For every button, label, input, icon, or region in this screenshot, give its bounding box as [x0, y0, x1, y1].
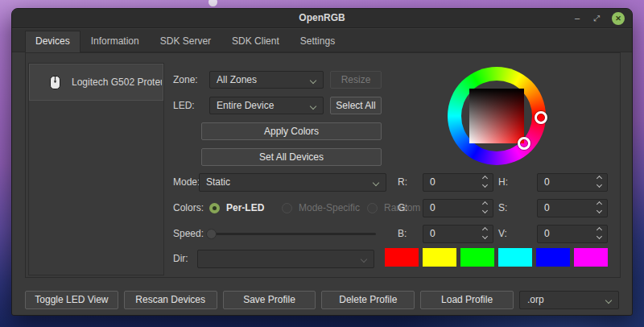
speed-label: Speed: — [173, 225, 204, 242]
spin-down-icon[interactable] — [482, 208, 488, 213]
save-profile-button[interactable]: Save Profile — [223, 291, 316, 309]
chevron-down-icon — [310, 77, 316, 84]
color-swatch-cyan[interactable] — [498, 248, 532, 267]
color-swatch-red[interactable] — [385, 248, 419, 267]
spin-up-icon[interactable] — [597, 227, 602, 233]
chevron-down-icon — [373, 180, 379, 186]
rescan-devices-button[interactable]: Rescan Devices — [124, 291, 217, 309]
radio-per-led-label[interactable]: Per-LED — [226, 201, 264, 214]
spin-down-icon[interactable] — [597, 208, 602, 213]
saturation-spinbox[interactable]: 0 — [537, 199, 608, 217]
spin-up-icon[interactable] — [597, 176, 602, 181]
channel-label-s: S: — [498, 199, 507, 217]
chevron-down-icon — [605, 297, 612, 304]
value-value: 0 — [544, 228, 550, 239]
speed-slider[interactable] — [209, 233, 376, 235]
hue-wheel[interactable] — [448, 67, 546, 165]
spin-down-icon[interactable] — [597, 182, 602, 188]
tab-sdk-client[interactable]: SDK Client — [221, 31, 290, 52]
tab-devices[interactable]: Devices — [25, 31, 80, 52]
openrgb-window: OpenRGB – ⤢ ✕ Devices Information SDK Se… — [11, 8, 633, 316]
led-label: LED: — [173, 97, 195, 114]
green-spinbox[interactable]: 0 — [423, 199, 493, 217]
blue-spinbox[interactable]: 0 — [423, 225, 493, 243]
hue-spinbox[interactable]: 0 — [537, 173, 608, 192]
spin-down-icon[interactable] — [482, 182, 488, 188]
tab-settings[interactable]: Settings — [290, 31, 345, 52]
color-swatch-yellow[interactable] — [423, 248, 456, 267]
mode-label: Mode: — [173, 173, 200, 191]
desktop-wallpaper: OpenRGB – ⤢ ✕ Devices Information SDK Se… — [0, 0, 644, 327]
red-value: 0 — [430, 176, 436, 188]
mode-value: Static — [206, 176, 230, 188]
hue-value: 0 — [544, 176, 550, 188]
resize-button[interactable]: Resize — [330, 71, 382, 89]
led-select[interactable]: Entire Device — [209, 97, 324, 114]
mode-select[interactable]: Static — [199, 173, 386, 192]
title-bar[interactable]: OpenRGB – ⤢ ✕ — [12, 9, 632, 28]
delete-profile-button[interactable]: Delete Profile — [321, 291, 415, 309]
value-spinbox[interactable]: 0 — [537, 225, 608, 243]
mouse-icon — [50, 76, 60, 89]
led-value: Entire Device — [217, 100, 274, 111]
channel-label-b: B: — [398, 225, 407, 242]
radio-mode-specific-label[interactable]: Mode-Specific — [299, 201, 360, 214]
device-name: Logitech G502 Proteus Sp — [72, 77, 162, 88]
restore-button[interactable]: ⤢ — [590, 12, 603, 25]
device-list: Logitech G502 Proteus Sp — [28, 63, 164, 275]
channel-label-h: H: — [498, 173, 508, 191]
select-all-button[interactable]: Select All — [330, 97, 382, 114]
zone-value: All Zones — [217, 74, 257, 85]
device-list-item[interactable]: Logitech G502 Proteus Sp — [29, 64, 163, 101]
radio-random[interactable] — [367, 203, 378, 213]
saturation-value-handle[interactable] — [518, 137, 530, 150]
chevron-down-icon — [361, 256, 367, 263]
apply-colors-button[interactable]: Apply Colors — [201, 122, 382, 140]
saturation-value-square[interactable] — [469, 89, 524, 143]
close-button[interactable]: ✕ — [612, 12, 625, 25]
red-spinbox[interactable]: 0 — [423, 173, 493, 192]
tab-information[interactable]: Information — [80, 31, 150, 52]
spin-up-icon[interactable] — [597, 201, 602, 207]
set-all-devices-button[interactable]: Set All Devices — [201, 148, 382, 166]
chevron-down-icon — [310, 103, 316, 110]
devices-tab-pane: Logitech G502 Proteus Sp Zone: All Zones… — [25, 52, 621, 278]
radio-per-led[interactable] — [209, 203, 220, 213]
zone-select[interactable]: All Zones — [209, 71, 324, 89]
color-swatch-green[interactable] — [460, 248, 494, 267]
minimize-button[interactable]: – — [571, 12, 584, 25]
channel-label-r: R: — [398, 173, 407, 191]
radio-mode-specific[interactable] — [282, 203, 292, 213]
footer-bar: Toggle LED View Rescan Devices Save Prof… — [25, 291, 619, 309]
colors-label: Colors: — [173, 199, 204, 217]
color-swatch-blue[interactable] — [536, 248, 570, 267]
spin-down-icon[interactable] — [482, 234, 488, 239]
channel-label-g: G: — [398, 199, 408, 217]
dir-select[interactable] — [197, 250, 374, 268]
green-value: 0 — [430, 202, 436, 213]
profile-ext-value: .orp — [527, 294, 544, 305]
load-profile-button[interactable]: Load Profile — [420, 291, 514, 309]
hue-handle[interactable] — [535, 111, 547, 124]
profile-select[interactable]: .orp — [519, 291, 619, 309]
spin-up-icon[interactable] — [482, 227, 488, 233]
channel-label-v: V: — [498, 225, 507, 242]
blue-value: 0 — [430, 228, 436, 239]
spin-down-icon[interactable] — [597, 234, 602, 239]
spin-up-icon[interactable] — [482, 201, 488, 207]
zone-label: Zone: — [173, 71, 198, 89]
wallpaper-dot — [208, 0, 217, 6]
dir-label: Dir: — [173, 250, 188, 267]
saturation-value: 0 — [544, 202, 550, 213]
color-swatch-magenta[interactable] — [574, 248, 608, 267]
tab-bar: Devices Information SDK Server SDK Clien… — [12, 29, 632, 52]
window-title: OpenRGB — [12, 12, 632, 23]
spin-up-icon[interactable] — [482, 176, 488, 181]
toggle-led-view-button[interactable]: Toggle LED View — [25, 291, 118, 309]
tab-sdk-server[interactable]: SDK Server — [150, 31, 221, 52]
speed-slider-handle[interactable] — [206, 229, 217, 239]
